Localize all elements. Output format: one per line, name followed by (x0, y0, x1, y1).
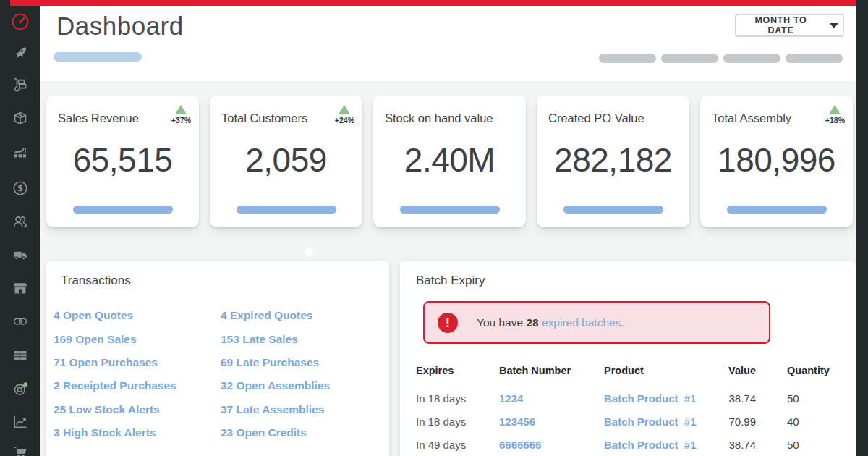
batch-expiry-title: Batch Expiry (416, 274, 485, 288)
period-selector[interactable]: MONTH TO DATE (735, 14, 844, 37)
package-box-icon (12, 109, 29, 127)
cell-quantity: 50 (756, 439, 840, 451)
link-receipted-purchases[interactable]: 2 Receipted Purchases (54, 379, 221, 392)
alert-count: 28 (526, 316, 538, 329)
right-edge-strip (856, 0, 868, 456)
table-row: In 49 days 6666666 Batch Product #1 38.7… (416, 433, 840, 456)
trend-badge: +37% (171, 105, 191, 124)
main-content: Dashboard MONTH TO DATE Sales Revenue +3… (40, 0, 856, 456)
kpi-value: 180,996 (700, 140, 853, 180)
product-link[interactable]: Batch Product #1 (604, 415, 722, 428)
col-header-expires: Expires (416, 365, 499, 376)
transactions-panel: Transactions 4 Open Quotes 4 Expired Quo… (46, 261, 389, 456)
cell-value: 70.99 (722, 415, 756, 428)
sidebar-item-gauge[interactable] (11, 12, 30, 31)
page-title: Dashboard (56, 12, 184, 41)
batch-number-link[interactable]: 6666666 (499, 439, 604, 451)
hand-truck-icon (12, 76, 29, 93)
col-header-quantity: Quantity (756, 365, 840, 376)
chevron-down-icon (830, 23, 838, 28)
table-header-row: Expires Batch Number Product Value Quant… (416, 362, 840, 379)
link-open-credits[interactable]: 23 Open Credits (221, 426, 330, 439)
link-late-assemblies[interactable]: 37 Late Assemblies (221, 403, 330, 416)
link-open-purchases[interactable]: 71 Open Purchases (54, 356, 221, 369)
trend-percent: +24% (335, 116, 354, 124)
link-high-stock-alerts[interactable]: 3 High Stock Alerts (54, 426, 221, 439)
sparkline-placeholder (73, 206, 173, 214)
truck-icon (12, 246, 29, 263)
rocket-icon (12, 44, 29, 62)
transactions-title: Transactions (61, 274, 131, 288)
product-link[interactable]: Batch Product #1 (604, 439, 722, 451)
sidebar-item-truck[interactable] (11, 245, 30, 264)
sidebar-item-link[interactable] (11, 312, 30, 331)
cell-value: 38.74 (722, 439, 756, 451)
link-late-purchases[interactable]: 69 Late Purchases (221, 356, 330, 369)
trend-badge: +24% (335, 105, 354, 124)
alert-message: You have 28 expired batches. (477, 316, 624, 329)
sidebar-item-package[interactable] (11, 109, 30, 127)
link-open-quotes[interactable]: 4 Open Quotes (54, 309, 221, 322)
sidebar-item-table[interactable] (11, 346, 30, 365)
header-placeholder-pill (786, 54, 843, 63)
alert-prefix: You have (477, 316, 526, 329)
sidebar-item-factory[interactable] (11, 143, 30, 161)
transactions-links: 4 Open Quotes 4 Expired Quotes 169 Open … (54, 304, 330, 444)
trend-percent: +18% (825, 116, 845, 124)
cell-quantity: 40 (756, 415, 840, 428)
alert-exclamation-icon: ! (438, 313, 458, 333)
header-placeholder-pill (661, 54, 718, 63)
batch-number-link[interactable]: 1234 (499, 392, 604, 405)
svg-text:$: $ (17, 183, 22, 193)
sidebar-item-users[interactable] (11, 212, 30, 231)
expired-batches-alert: ! You have 28 expired batches. (423, 301, 770, 344)
kpi-card-total-customers: Total Customers +24% 2,059 (210, 96, 362, 227)
trend-percent: +37% (171, 116, 191, 124)
users-icon (12, 213, 29, 230)
sidebar-item-dollar[interactable]: $ (11, 179, 30, 198)
top-accent-bar (10, 0, 856, 6)
kpi-card-stock-on-hand: Stock on hand value 2.40M (373, 96, 526, 227)
sidebar-item-cart[interactable] (11, 443, 30, 456)
dollar-coin-icon: $ (12, 180, 29, 197)
line-chart-icon (12, 413, 29, 431)
link-expired-quotes[interactable]: 4 Expired Quotes (221, 309, 330, 322)
product-link[interactable]: Batch Product #1 (604, 392, 722, 405)
kpi-card-created-po-value: Created PO Value 282,182 (537, 96, 689, 227)
sidebar-item-hand-truck[interactable] (11, 75, 30, 94)
page-header: Dashboard MONTH TO DATE (40, 0, 856, 81)
link-late-sales[interactable]: 153 Late Sales (221, 333, 330, 346)
cell-quantity: 50 (756, 392, 840, 405)
sidebar-item-chart[interactable] (11, 413, 30, 431)
data-table-icon (12, 347, 29, 364)
chain-link-icon (12, 313, 29, 330)
storefront-icon (12, 279, 29, 297)
shopping-cart-icon (12, 444, 29, 456)
target-icon (12, 380, 29, 397)
sparkline-placeholder (237, 206, 336, 214)
col-header-value: Value (722, 365, 756, 376)
kpi-card-sales-revenue: Sales Revenue +37% 65,515 (46, 96, 199, 227)
carousel-dot[interactable] (305, 248, 313, 256)
header-placeholder-pill (599, 54, 656, 63)
factory-icon (12, 143, 29, 161)
sidebar-item-target[interactable] (11, 379, 30, 398)
link-low-stock-alerts[interactable]: 25 Low Stock Alerts (54, 403, 221, 416)
dashboard-page: $ (0, 0, 868, 456)
link-open-sales[interactable]: 169 Open Sales (54, 333, 221, 346)
batch-expiry-table: Expires Batch Number Product Value Quant… (416, 362, 840, 456)
kpi-label: Stock on hand value (385, 111, 493, 125)
col-header-batch-number: Batch Number (499, 365, 604, 376)
cell-value: 38.74 (722, 392, 756, 405)
sidebar-item-rocket[interactable] (11, 43, 30, 62)
trend-up-icon (829, 105, 841, 114)
table-row: In 18 days 1234 Batch Product #1 38.74 5… (416, 387, 840, 410)
link-open-assemblies[interactable]: 32 Open Assemblies (221, 379, 330, 392)
kpi-value: 2.40M (373, 140, 526, 180)
expired-batches-link[interactable]: expired batches. (539, 316, 624, 329)
batch-number-link[interactable]: 123456 (499, 415, 604, 428)
gauge-icon (11, 12, 30, 31)
col-header-product: Product (604, 365, 722, 376)
cell-expires: In 49 days (416, 439, 499, 451)
sidebar-item-storefront[interactable] (11, 279, 30, 297)
